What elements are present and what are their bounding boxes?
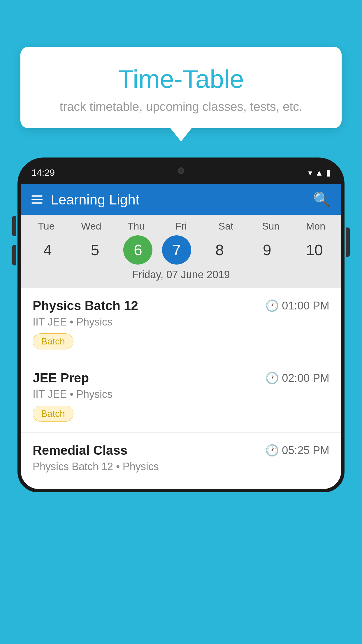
day-10[interactable]: 10 bbox=[296, 235, 333, 265]
battery-icon: ▮ bbox=[326, 168, 331, 178]
day-header-tue: Tue bbox=[27, 220, 65, 232]
wifi-icon: ▾ bbox=[308, 168, 312, 178]
app-title: Learning Light bbox=[51, 192, 139, 208]
phone-top-bar: 14:29 ▾ ▲ ▮ bbox=[21, 161, 341, 184]
phone-screen: Learning Light 🔍 Tue Wed Thu Fri Sat Sun… bbox=[21, 184, 341, 489]
schedule-item-3[interactable]: Remedial Class 🕐 05:25 PM Physics Batch … bbox=[21, 433, 341, 489]
day-numbers: 4 5 6 7 8 9 10 bbox=[24, 235, 338, 265]
schedule-item-3-time: 🕐 05:25 PM bbox=[265, 444, 329, 457]
day-7-selected[interactable]: 7 bbox=[162, 235, 191, 265]
signal-icon: ▲ bbox=[315, 168, 323, 177]
day-6-today[interactable]: 6 bbox=[123, 235, 152, 265]
power-button[interactable] bbox=[346, 228, 350, 257]
day-headers: Tue Wed Thu Fri Sat Sun Mon bbox=[24, 220, 338, 232]
day-5[interactable]: 5 bbox=[76, 235, 114, 265]
schedule-item-1-header: Physics Batch 12 🕐 01:00 PM bbox=[33, 298, 329, 313]
schedule-item-2-time: 🕐 02:00 PM bbox=[265, 372, 329, 384]
hamburger-line-2 bbox=[31, 199, 43, 200]
schedule-item-3-header: Remedial Class 🕐 05:25 PM bbox=[33, 443, 329, 458]
volume-down-button[interactable] bbox=[12, 245, 16, 265]
hamburger-line-1 bbox=[31, 195, 43, 197]
phone-notch bbox=[162, 163, 200, 178]
clock-icon-3: 🕐 bbox=[265, 444, 279, 457]
volume-up-button[interactable] bbox=[12, 216, 16, 236]
clock-icon-1: 🕐 bbox=[265, 299, 279, 312]
schedule-item-1-time: 🕐 01:00 PM bbox=[265, 299, 329, 312]
tooltip-title: Time-Table bbox=[41, 64, 321, 94]
schedule-item-3-subtitle: Physics Batch 12 • Physics bbox=[33, 461, 329, 473]
batch-badge-1: Batch bbox=[33, 333, 73, 349]
schedule-item-1-subtitle: IIT JEE • Physics bbox=[33, 316, 329, 328]
status-time: 14:29 bbox=[31, 167, 55, 178]
tooltip-subtitle: track timetable, upcoming classes, tests… bbox=[41, 100, 321, 114]
tooltip-card: Time-Table track timetable, upcoming cla… bbox=[20, 47, 342, 128]
schedule-item-2[interactable]: JEE Prep 🕐 02:00 PM IIT JEE • Physics Ba… bbox=[21, 360, 341, 433]
calendar-strip: Tue Wed Thu Fri Sat Sun Mon 4 5 6 7 8 9 … bbox=[21, 215, 341, 288]
day-header-mon: Mon bbox=[297, 220, 335, 232]
schedule-item-1-title: Physics Batch 12 bbox=[33, 298, 138, 313]
schedule-item-2-header: JEE Prep 🕐 02:00 PM bbox=[33, 371, 329, 385]
schedule-list: Physics Batch 12 🕐 01:00 PM IIT JEE • Ph… bbox=[21, 288, 341, 489]
schedule-item-1[interactable]: Physics Batch 12 🕐 01:00 PM IIT JEE • Ph… bbox=[21, 288, 341, 360]
day-header-wed: Wed bbox=[72, 220, 110, 232]
schedule-item-2-title: JEE Prep bbox=[33, 371, 89, 385]
app-header-left: Learning Light bbox=[31, 192, 139, 208]
hamburger-line-3 bbox=[31, 202, 43, 204]
phone-outer: 14:29 ▾ ▲ ▮ Learning Light bbox=[17, 158, 345, 492]
schedule-item-3-title: Remedial Class bbox=[33, 443, 127, 458]
day-header-fri: Fri bbox=[162, 220, 200, 232]
status-icons: ▾ ▲ ▮ bbox=[308, 168, 331, 178]
menu-button[interactable] bbox=[31, 195, 43, 204]
phone-wrapper: 14:29 ▾ ▲ ▮ Learning Light bbox=[17, 158, 345, 644]
day-9[interactable]: 9 bbox=[248, 235, 286, 265]
clock-icon-2: 🕐 bbox=[265, 372, 279, 384]
day-header-sat: Sat bbox=[207, 220, 245, 232]
day-header-sun: Sun bbox=[252, 220, 290, 232]
day-4[interactable]: 4 bbox=[29, 235, 66, 265]
batch-badge-2: Batch bbox=[33, 406, 73, 422]
front-camera bbox=[178, 167, 184, 174]
day-8[interactable]: 8 bbox=[201, 235, 239, 265]
search-icon[interactable]: 🔍 bbox=[313, 191, 331, 208]
app-header: Learning Light 🔍 bbox=[21, 184, 341, 215]
day-header-thu: Thu bbox=[117, 220, 155, 232]
selected-date-label: Friday, 07 June 2019 bbox=[24, 265, 338, 283]
schedule-item-2-subtitle: IIT JEE • Physics bbox=[33, 388, 329, 400]
